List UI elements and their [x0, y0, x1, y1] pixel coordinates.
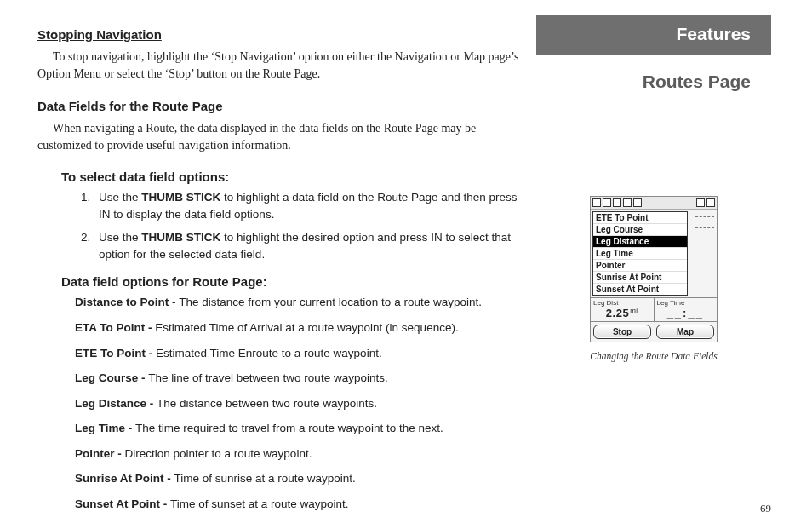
definition-row: Sunrise At Point - Time of sunrise at a …: [75, 470, 519, 487]
definition-desc: The distance between two route waypoints…: [157, 397, 377, 410]
menu-item[interactable]: Pointer: [593, 260, 687, 272]
status-icons-right: [696, 198, 715, 207]
menu-item[interactable]: ETE To Point: [593, 212, 687, 224]
definitions-list: Distance to Point - The distance from yo…: [75, 294, 519, 512]
definition-term: Sunrise At Point -: [75, 472, 174, 485]
device-status-bar: [591, 197, 717, 210]
heading-select-options: To select data field options:: [61, 170, 519, 184]
map-button[interactable]: Map: [656, 325, 714, 339]
definition-term: ETE To Point -: [75, 347, 156, 359]
status-icon: [633, 198, 642, 207]
route-dash: [695, 227, 714, 228]
definition-row: Distance to Point - The distance from yo…: [75, 294, 519, 311]
content-column: Stopping Navigation To stop navigation, …: [0, 0, 536, 529]
figure-caption: Changing the Route Data Fields: [590, 351, 717, 361]
definition-row: Leg Course - The line of travel between …: [75, 370, 519, 387]
sidebar-column: Features Routes Page: [536, 0, 812, 529]
status-icon: [623, 198, 632, 207]
section-title: Routes Page: [536, 72, 771, 92]
menu-item-selected[interactable]: Leg Distance: [593, 236, 687, 248]
status-icon: [592, 198, 601, 207]
menu-item[interactable]: Leg Course: [593, 224, 687, 236]
definition-desc: Estimated Time Enroute to a route waypoi…: [156, 347, 382, 359]
menu-icon: [696, 198, 705, 207]
definition-term: Pointer -: [75, 447, 125, 460]
definition-row: ETE To Point - Estimated Time Enroute to…: [75, 345, 519, 362]
field-value: __:__: [655, 307, 718, 321]
field-value-num: 2.25: [606, 307, 629, 319]
definition-row: ETA To Point - Estimated Time of Arrival…: [75, 319, 519, 336]
definition-desc: The line of travel between two route way…: [148, 371, 387, 384]
definition-row: Leg Time - The time required to travel f…: [75, 420, 519, 437]
field-leg-time[interactable]: Leg Time __:__: [655, 298, 718, 321]
definition-desc: Estimated Time of Arrival at a route way…: [155, 321, 458, 334]
route-dash: [695, 239, 714, 239]
definition-row: Leg Distance - The distance between two …: [75, 395, 519, 412]
definition-desc: The time required to travel from a route…: [135, 422, 443, 434]
thumb-stick-label: THUMB STICK: [141, 231, 220, 244]
definition-desc: Time of sunrise at a route waypoint.: [174, 472, 356, 485]
definition-desc: Direction pointer to a route waypoint.: [125, 447, 312, 460]
stop-button[interactable]: Stop: [593, 325, 651, 339]
definition-term: Leg Distance -: [75, 397, 157, 410]
features-band: Features: [536, 15, 771, 55]
device-body: ETE To Point Leg Course Leg Distance Leg…: [591, 210, 717, 297]
field-label: Leg Time: [655, 298, 718, 307]
route-line-strip: [689, 210, 717, 297]
paragraph-stop-nav: To stop navigation, highlight the ‘Stop …: [37, 49, 519, 83]
page-number: 69: [760, 502, 771, 515]
menu-item[interactable]: Sunrise At Point: [593, 272, 687, 284]
options-menu: ETE To Point Leg Course Leg Distance Leg…: [592, 211, 688, 296]
manual-page: Stopping Navigation To stop navigation, …: [0, 0, 812, 529]
field-value: 2.25mi: [591, 307, 654, 321]
definition-term: Sunset At Point -: [75, 497, 170, 510]
step-1-text-a: Use the: [99, 191, 141, 204]
definition-term: Leg Course -: [75, 371, 148, 384]
heading-data-field-options: Data field options for Route Page:: [61, 274, 519, 289]
steps-list: Use the THUMB STICK to highlight a data …: [78, 189, 519, 262]
heading-stopping-navigation: Stopping Navigation: [37, 27, 519, 42]
field-unit: mi: [630, 307, 638, 314]
status-icons-left: [592, 198, 642, 207]
route-dash: [695, 216, 714, 217]
menu-item[interactable]: Leg Time: [593, 248, 687, 260]
field-label: Leg Dist: [591, 298, 654, 307]
device-screenshot: ETE To Point Leg Course Leg Distance Leg…: [590, 196, 718, 342]
paragraph-data-fields: When navigating a Route, the data displa…: [37, 120, 519, 155]
figure: ETE To Point Leg Course Leg Distance Leg…: [536, 196, 771, 361]
menu-item[interactable]: Sunset At Point: [593, 284, 687, 295]
definition-term: ETA To Point -: [75, 321, 155, 334]
definition-desc: Time of sunset at a route waypoint.: [170, 497, 349, 510]
definition-row: Sunset At Point - Time of sunset at a ro…: [75, 496, 519, 513]
step-1: Use the THUMB STICK to highlight a data …: [94, 189, 519, 222]
definition-term: Distance to Point -: [75, 296, 179, 308]
definition-term: Leg Time -: [75, 422, 135, 434]
status-icon: [603, 198, 611, 207]
step-2-text-a: Use the: [99, 231, 141, 244]
status-icon: [613, 198, 621, 207]
definition-desc: The distance from your current location …: [179, 296, 482, 308]
field-leg-dist[interactable]: Leg Dist 2.25mi: [591, 298, 655, 321]
close-icon: [706, 198, 715, 207]
device-buttons: Stop Map: [591, 321, 717, 342]
definition-row: Pointer - Direction pointer to a route w…: [75, 446, 519, 463]
options-panel: ETE To Point Leg Course Leg Distance Leg…: [592, 211, 688, 296]
step-2: Use the THUMB STICK to highlight the des…: [94, 229, 519, 262]
data-fields-row: Leg Dist 2.25mi Leg Time __:__: [591, 297, 717, 321]
thumb-stick-label: THUMB STICK: [141, 191, 220, 204]
heading-data-fields: Data Fields for the Route Page: [37, 99, 519, 113]
